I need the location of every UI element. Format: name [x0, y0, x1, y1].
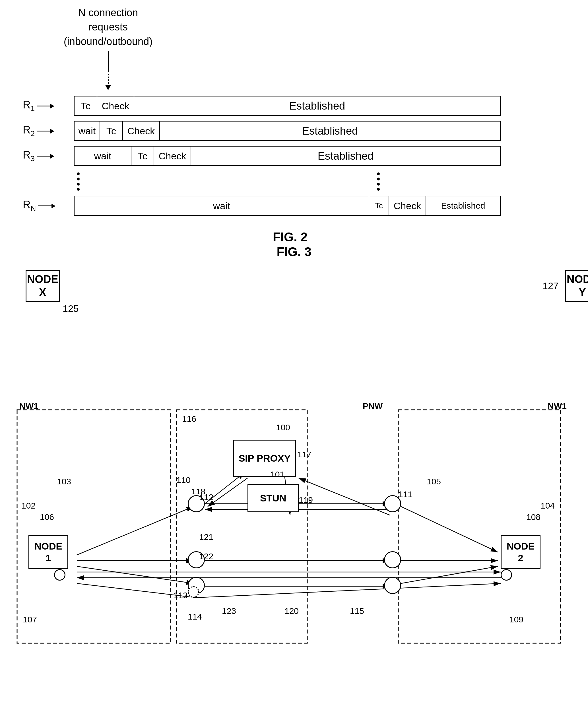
- fig2-section: N connection requests (inbound/outbound)…: [23, 6, 558, 244]
- node-x-ref: 125: [63, 303, 79, 314]
- svg-line-5: [77, 566, 193, 583]
- row-r1-label: R1: [23, 99, 68, 113]
- ref-116: 116: [182, 414, 196, 424]
- ref-119: 119: [299, 495, 313, 505]
- seg-established-r2: Established: [160, 122, 500, 140]
- nw1-left-label: NW1: [19, 401, 38, 411]
- ref-100: 100: [276, 422, 290, 432]
- svg-line-7: [208, 478, 248, 506]
- sip-proxy-label: SIP PROXY: [239, 453, 291, 464]
- seg-check-r3: Check: [154, 147, 191, 165]
- row-rn-bar: wait Tc Check Established: [74, 196, 501, 216]
- node-x-label: NODEX: [27, 273, 58, 299]
- stun-box: STUN: [248, 484, 299, 512]
- timeline-area: R1 Tc Check Established R2 wait Tc Check…: [23, 96, 558, 216]
- ref-104: 104: [541, 501, 555, 511]
- row-r2: R2 wait Tc Check Established: [74, 121, 558, 141]
- row-r3: R3 wait Tc Check Established: [74, 146, 558, 166]
- seg-established-r3: Established: [191, 147, 500, 165]
- row-r2-bar: wait Tc Check Established: [74, 121, 501, 141]
- stun-label: STUN: [260, 492, 287, 504]
- ref-115: 115: [350, 606, 364, 616]
- ref-106: 106: [40, 512, 54, 522]
- seg-tc-rn: Tc: [369, 196, 389, 215]
- circle-node2: [501, 569, 512, 581]
- node-y-box: NODEY: [565, 270, 588, 302]
- network-diagram: NW1 NW1 PNW 116 100 SIP PROXY 117 101 ST…: [0, 393, 588, 677]
- row-r1: R1 Tc Check Established: [74, 96, 558, 116]
- svg-line-18: [196, 583, 501, 598]
- ref-102: 102: [21, 501, 36, 511]
- fig3-label: FIG. 3: [0, 245, 588, 259]
- n-requests-label: N connection requests (inbound/outbound): [64, 6, 152, 49]
- pnw-label: PNW: [363, 401, 383, 411]
- seg-tc-r2: Tc: [100, 122, 123, 140]
- ref-109: 109: [509, 615, 523, 624]
- node2-label: NODE 2: [504, 540, 538, 564]
- ref-111: 111: [398, 490, 413, 499]
- ref-107: 107: [23, 615, 37, 624]
- seg-tc-r3: Tc: [131, 147, 154, 165]
- diagram-svg: [0, 393, 588, 677]
- seg-tc-r1: Tc: [75, 97, 97, 115]
- row-rn: RN wait Tc Check Established: [74, 196, 558, 216]
- svg-rect-0: [17, 410, 171, 643]
- ref-113: 113: [173, 591, 188, 600]
- node-y-ref: 127: [543, 280, 559, 291]
- circle-dashed-113: [188, 586, 199, 598]
- nw1-right-label: NW1: [548, 401, 567, 411]
- node2-box: NODE 2: [501, 535, 541, 569]
- ref-121: 121: [199, 532, 213, 542]
- seg-wait-rn: wait: [75, 196, 369, 215]
- ref-110: 110: [176, 475, 191, 485]
- node1-label: NODE 1: [31, 540, 65, 564]
- ref-114: 114: [188, 612, 202, 622]
- ref-105: 105: [427, 477, 441, 487]
- seg-check-rn: Check: [389, 196, 426, 215]
- svg-line-3: [77, 506, 193, 555]
- row-rn-label: RN: [23, 199, 68, 213]
- circle-right-bot: [384, 577, 401, 594]
- ref-117: 117: [297, 450, 312, 459]
- row-r3-bar: wait Tc Check Established: [74, 146, 501, 166]
- fig2-label: FIG. 2: [23, 230, 558, 244]
- row-r2-label: R2: [23, 124, 68, 138]
- row-r3-label: R3: [23, 149, 68, 163]
- ref-123: 123: [222, 606, 236, 616]
- seg-wait-r3: wait: [75, 147, 131, 165]
- seg-established-rn: Established: [426, 196, 500, 215]
- svg-rect-2: [398, 410, 561, 643]
- ref-122: 122: [199, 552, 213, 561]
- row-r1-bar: Tc Check Established: [74, 96, 501, 116]
- circle-node1: [54, 569, 65, 581]
- ref-103: 103: [57, 477, 71, 487]
- ref-120: 120: [285, 606, 299, 616]
- seg-check-r2: Check: [123, 122, 160, 140]
- node1-box: NODE 1: [28, 535, 68, 569]
- node-x-box: NODEX: [26, 270, 60, 302]
- node-y-label: NODEY: [567, 273, 588, 299]
- ref-108: 108: [526, 512, 541, 522]
- svg-line-12: [401, 566, 498, 583]
- circle-right-mid: [384, 551, 401, 568]
- seg-check-r1: Check: [97, 97, 134, 115]
- ref-101: 101: [270, 470, 285, 479]
- seg-wait-r2: wait: [75, 122, 100, 140]
- svg-line-10: [401, 506, 498, 552]
- ref-112: 112: [199, 492, 213, 502]
- sip-proxy-box: SIP PROXY: [233, 440, 296, 477]
- seg-established-r1: Established: [134, 97, 500, 115]
